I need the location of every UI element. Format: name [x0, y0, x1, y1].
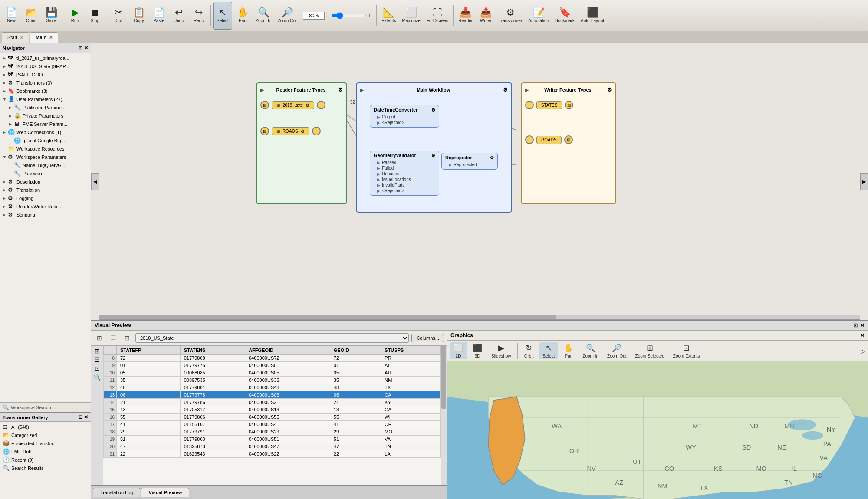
table-row[interactable]: 14 21 01779786 0400000US21 21 KY	[104, 399, 441, 406]
writer-box-arrow[interactable]: ▶	[525, 88, 529, 92]
col-affgeoid[interactable]: AFFGEOID	[245, 346, 330, 355]
col-stusps[interactable]: STUSPS	[381, 346, 441, 355]
transformer-item-fme-hub[interactable]: 🌐 FME Hub	[1, 447, 90, 456]
col-statefp[interactable]: STATEFP	[117, 346, 181, 355]
table-side-icon1[interactable]: ⊞	[95, 348, 100, 355]
canvas-scrollbar-thumb[interactable]	[99, 315, 556, 319]
table-row[interactable]: 16 55 01779806 0400000US55 55 WI	[104, 414, 441, 421]
navigator-item-logging[interactable]: ▶ ⚙ Logging	[1, 194, 90, 202]
reader-state-node[interactable]: ⊞ ⊞ 2018...tate ⚙ 52	[260, 101, 343, 109]
zoom-minus-icon[interactable]: –	[326, 12, 330, 19]
roads-left-port[interactable]: ⊞	[260, 127, 269, 135]
writer-roads-right-port[interactable]: ⊞	[564, 135, 573, 144]
transformer-button[interactable]: ⚙ Transformer	[496, 2, 525, 30]
writer-button[interactable]: 📤 Writer	[476, 2, 495, 30]
navigator-item-workspace-resources[interactable]: 📁 Workspace Resources	[1, 144, 90, 153]
navigator-item-gfischl[interactable]: 🌐 gfischl Google Big...	[1, 136, 90, 144]
geometry-validator[interactable]: GeometryValidator ⚙ ▶ Passed ▶ Failed ▶ …	[370, 151, 439, 196]
tab-start-close[interactable]: ✕	[20, 35, 23, 40]
writer-roads-node[interactable]: ROADS ⊞	[525, 135, 612, 144]
zoom-out-button[interactable]: 🔎 Zoom Out	[275, 2, 299, 30]
table-row[interactable]: 12 48 01779801 0400000US48 48 TX	[104, 384, 441, 391]
transformer-item-embedded[interactable]: 📦 Embedded Transfor...	[1, 439, 90, 447]
navigator-item-fme-server-params[interactable]: ▶ 🖥 FME Server Param...	[1, 120, 90, 128]
writer-box-gear[interactable]: ⚙	[607, 87, 612, 93]
extents-button[interactable]: 📐 Extents	[379, 2, 398, 30]
navigator-item-web-connections[interactable]: ▶ 🌐 Web Connections (1)	[1, 128, 90, 136]
table-row[interactable]: 9 01 01779775 0400000US01 01 AL	[104, 362, 441, 369]
state-node-box[interactable]: ⊞ 2018...tate ⚙	[272, 101, 314, 109]
table-row[interactable]: 19 51 01779803 0400000US51 51 VA	[104, 436, 441, 443]
new-button[interactable]: 📄 New	[2, 2, 21, 30]
navigator-item-name-param[interactable]: 🔧 Name: BigQueryGl...	[1, 161, 90, 169]
reader-button[interactable]: 📥 Reader	[456, 2, 475, 30]
writer-roads-left-port[interactable]	[525, 135, 534, 144]
orbit-button[interactable]: ↻ Orbit	[520, 342, 538, 359]
redo-button[interactable]: ↪ Redo	[189, 2, 208, 30]
zoom-plus-icon[interactable]: +	[368, 12, 372, 19]
tab-start[interactable]: Start ✕	[2, 32, 29, 43]
navigator-item-private-params[interactable]: ▶ 🔒 Private Parameters	[1, 112, 90, 120]
canvas-scrollbar[interactable]	[99, 315, 860, 320]
main-box-gear[interactable]: ⚙	[503, 87, 508, 93]
table-view-icon[interactable]: ⊞	[94, 332, 105, 344]
datetime-converter[interactable]: DateTimeConverter ⚙ ▶ Output ▶ <Rejected…	[370, 105, 439, 128]
annotation-button[interactable]: 📝 Annotation	[526, 2, 552, 30]
states-out-box[interactable]: STATES	[536, 101, 562, 109]
reader-box-arrow[interactable]: ▶	[260, 88, 264, 92]
graphics-3d-button[interactable]: ⬛ 3D	[469, 342, 486, 359]
col-geoid[interactable]: GEOID	[330, 346, 381, 355]
col-statens[interactable]: STATENS	[180, 346, 245, 355]
navigator-item-translation[interactable]: ▶ ⚙ Translation	[1, 186, 90, 194]
open-button[interactable]: 📂 Open	[22, 2, 41, 30]
canvas-scroll-left[interactable]: ◀	[91, 173, 99, 190]
writer-states-node[interactable]: STATES ⊞	[525, 101, 612, 109]
table-dataset-selector[interactable]: 2018_US_State	[135, 333, 409, 343]
state-left-port[interactable]: ⊞	[260, 101, 269, 109]
table-row[interactable]: 8 72 01779808 0400000US72 72 PR	[104, 355, 441, 362]
undo-button[interactable]: ↩ Undo	[169, 2, 188, 30]
graphics-expand-icon[interactable]: ▷	[861, 348, 865, 355]
canvas[interactable]: ◀ ▶ ▶ Reader Feature Types ⚙	[91, 43, 868, 320]
paste-button[interactable]: 📄 Paste	[149, 2, 168, 30]
zoom-in-button[interactable]: 🔍 Zoom In	[253, 2, 274, 30]
select-button[interactable]: ↖ Select	[213, 2, 232, 30]
repr-gear[interactable]: ⚙	[490, 155, 494, 160]
states-right-port[interactable]: ⊞	[565, 101, 573, 109]
transformer-item-all[interactable]: ⊞ All (548)	[1, 423, 90, 431]
transformer-float-icon[interactable]: ⊡	[79, 414, 82, 420]
table-vscrollbar[interactable]	[441, 346, 447, 499]
tab-visual-preview[interactable]: Visual Preview	[141, 488, 189, 497]
roads-node-box[interactable]: ⊞ ROADS ⚙	[272, 127, 309, 135]
copy-button[interactable]: 📋 Copy	[129, 2, 148, 30]
navigator-item-description[interactable]: ▶ ⚙ Description	[1, 177, 90, 186]
navigator-item-workspace-params[interactable]: ▼ ⚙ Workspace Parameters	[1, 153, 90, 161]
table-row[interactable]: 11 35 00897535 0400000US35 35 NM	[104, 377, 441, 384]
transformer-item-categorized[interactable]: 📂 Categorized	[1, 431, 90, 439]
vp-close-icon[interactable]: ✕	[860, 322, 865, 328]
zoom-input[interactable]	[303, 12, 325, 20]
zoom-extents-button[interactable]: ⊡ Zoom Extents	[670, 342, 704, 359]
reader-box-gear[interactable]: ⚙	[338, 87, 343, 93]
graphics-close-icon[interactable]: ✕	[860, 332, 865, 338]
auto-layout-button[interactable]: ⬛ Auto-Layout	[578, 2, 607, 30]
table-row[interactable]: 20 47 01325873 0400000US47 47 TN	[104, 443, 441, 450]
maximize-button[interactable]: ⬜ Maximize	[400, 2, 423, 30]
graphics-2d-button[interactable]: ⬜ 2D	[450, 342, 467, 359]
zoom-selected-button[interactable]: ⊞ Zoom Selected	[632, 342, 668, 359]
navigator-item-password-param[interactable]: 🔧 Password:	[1, 169, 90, 177]
cut-button[interactable]: ✂ Cut	[109, 2, 128, 30]
table-side-icon3[interactable]: ⊡	[95, 365, 100, 372]
table-row[interactable]: 13 06 01779778 0400000US06 06 CA	[104, 391, 441, 399]
roads-node-gear[interactable]: ⚙	[301, 129, 305, 134]
states-left-port[interactable]	[525, 101, 534, 109]
table-vscrollbar-thumb[interactable]	[441, 346, 446, 409]
navigator-item-reader-writer-redi[interactable]: ▶ ⚙ Reader/Writer Redi...	[1, 202, 90, 210]
transformer-item-recent[interactable]: 🕐 Recent (9)	[1, 456, 90, 464]
bookmark-button[interactable]: 🔖 Bookmark	[552, 2, 577, 30]
main-box-arrow[interactable]: ▶	[360, 88, 364, 92]
graphics-zoom-in-button[interactable]: 🔍 Zoom In	[579, 342, 602, 359]
navigator-item-user-params[interactable]: ▼ 👤 User Parameters (27)	[1, 95, 90, 103]
gv-gear[interactable]: ⚙	[431, 153, 435, 158]
roads-right-port[interactable]	[312, 127, 321, 135]
